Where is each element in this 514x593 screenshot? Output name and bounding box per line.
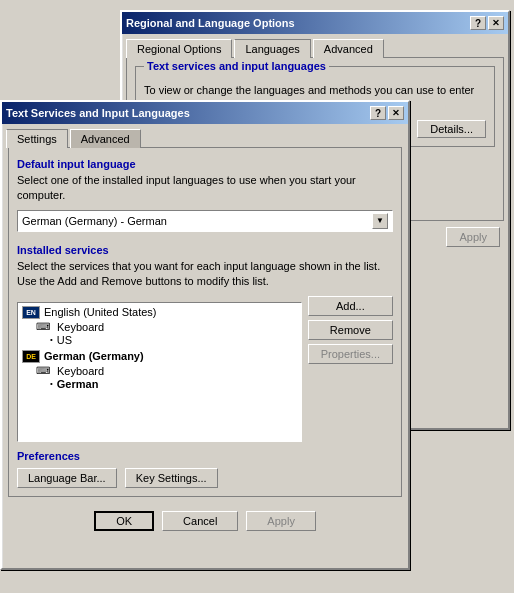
list-item: • US — [20, 334, 299, 346]
cancel-button[interactable]: Cancel — [162, 511, 238, 531]
ok-button[interactable]: OK — [94, 511, 154, 531]
services-buttons: Add... Remove Properties... — [308, 296, 393, 364]
installed-services-title: Installed services — [17, 244, 393, 256]
de-flag-icon: DE — [22, 350, 40, 363]
key-settings-button[interactable]: Key Settings... — [125, 468, 218, 488]
keyboard-label-de: Keyboard — [57, 365, 104, 377]
fg-settings-content: Default input language Select one of the… — [8, 147, 402, 497]
bg-window-title: Regional and Language Options — [126, 17, 295, 29]
keyboard-icon: ⌨ — [36, 365, 50, 376]
fg-tab-bar: Settings Advanced — [2, 124, 408, 147]
tab-languages[interactable]: Languages — [234, 39, 310, 58]
bg-title-bar: Regional and Language Options ? ✕ — [122, 12, 508, 34]
properties-button[interactable]: Properties... — [308, 344, 393, 364]
german-keyboard: German — [57, 378, 99, 390]
bg-close-button[interactable]: ✕ — [488, 16, 504, 30]
fg-help-button[interactable]: ? — [370, 106, 386, 120]
list-item: ⌨ Keyboard — [20, 364, 299, 378]
language-bar-button[interactable]: Language Bar... — [17, 468, 117, 488]
details-button[interactable]: Details... — [417, 120, 486, 138]
us-keyboard: US — [57, 334, 72, 346]
installed-services-desc: Select the services that you want for ea… — [17, 259, 393, 290]
keyboard-label: Keyboard — [57, 321, 104, 333]
group-box-label: Text services and input languages — [144, 60, 329, 72]
en-flag-icon: EN — [22, 306, 40, 319]
default-lang-desc: Select one of the installed input langua… — [17, 173, 393, 204]
fg-title-bar: Text Services and Input Languages ? ✕ — [2, 102, 408, 124]
tab-fg-advanced[interactable]: Advanced — [70, 129, 141, 148]
list-item: ⌨ Keyboard — [20, 320, 299, 334]
fg-window: Text Services and Input Languages ? ✕ Se… — [0, 100, 410, 570]
list-item: DE German (Germany) — [20, 349, 299, 364]
add-button[interactable]: Add... — [308, 296, 393, 316]
pref-buttons-row: Language Bar... Key Settings... — [17, 468, 393, 488]
de-lang-name: German (Germany) — [44, 350, 144, 362]
preferences-title: Preferences — [17, 450, 393, 462]
default-lang-title: Default input language — [17, 158, 393, 170]
fg-bottom-buttons: OK Cancel Apply — [2, 507, 408, 535]
bg-apply-button[interactable]: Apply — [446, 227, 500, 247]
installed-services-section: Installed services Select the services t… — [17, 244, 393, 442]
fg-title-buttons: ? ✕ — [370, 106, 404, 120]
fg-close-button[interactable]: ✕ — [388, 106, 404, 120]
tab-settings[interactable]: Settings — [6, 129, 68, 148]
fg-apply-button[interactable]: Apply — [246, 511, 316, 531]
services-row: EN English (United States) ⌨ Keyboard • … — [17, 296, 393, 442]
bullet-icon: • — [50, 335, 53, 344]
bg-tab-bar: Regional Options Languages Advanced — [122, 34, 508, 57]
list-item: • German — [20, 378, 299, 390]
dropdown-arrow-icon: ▼ — [372, 213, 388, 229]
default-lang-dropdown[interactable]: German (Germany) - German ▼ — [17, 210, 393, 232]
list-item: EN English (United States) — [20, 305, 299, 320]
tab-regional-options[interactable]: Regional Options — [126, 39, 232, 58]
remove-button[interactable]: Remove — [308, 320, 393, 340]
tab-advanced[interactable]: Advanced — [313, 39, 384, 58]
en-lang-name: English (United States) — [44, 306, 157, 318]
bg-help-button[interactable]: ? — [470, 16, 486, 30]
default-lang-section: Default input language Select one of the… — [17, 158, 393, 232]
fg-window-title: Text Services and Input Languages — [6, 107, 190, 119]
bullet-icon: • — [50, 379, 53, 388]
keyboard-icon: ⌨ — [36, 321, 50, 332]
bg-title-buttons: ? ✕ — [470, 16, 504, 30]
dropdown-value: German (Germany) - German — [22, 215, 167, 227]
preferences-section: Preferences Language Bar... Key Settings… — [17, 450, 393, 488]
services-list[interactable]: EN English (United States) ⌨ Keyboard • … — [17, 302, 302, 442]
